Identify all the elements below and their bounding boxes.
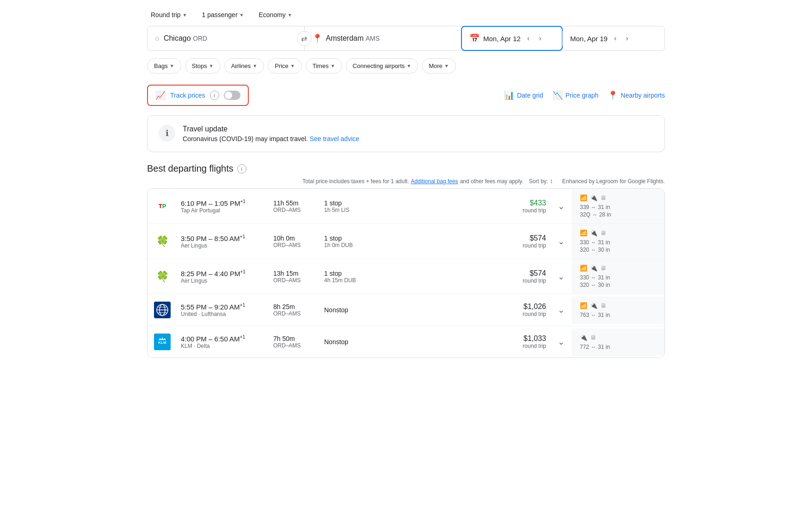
search-bar: ○ Chicago ORD ⇄ 📍 Amsterdam AMS 📅 Mon, A… (147, 26, 665, 51)
flight-stops: Nonstop (320, 299, 385, 321)
flight-amenities: 📶 🔌 🖥 339 ↔ 31 in 32Q ↔ 28 in (572, 189, 664, 223)
more-label: More (429, 62, 443, 69)
more-filter-button[interactable]: More ▼ (422, 58, 456, 74)
bags-label: Bags (154, 62, 168, 69)
flight-row[interactable]: 5:55 PM – 9:20 AM+1 United · Lufthansa 8… (148, 294, 664, 326)
power-icon: 🔌 (590, 302, 597, 309)
origin-field[interactable]: ○ Chicago ORD (148, 26, 304, 50)
screen-icon: 🖥 (600, 229, 606, 236)
section-meta: Total price includes taxes + fees for 1 … (147, 178, 665, 185)
flight-expand-button[interactable]: ⌄ (550, 229, 572, 254)
screen-icon: 🖥 (600, 265, 606, 272)
flight-row[interactable]: 🍀 8:25 PM – 4:40 PM+1 Aer Lingus 13h 15m… (148, 259, 664, 294)
depart-prev-button[interactable]: ‹ (524, 32, 532, 44)
flight-expand-button[interactable]: ⌄ (550, 264, 572, 289)
destination-field[interactable]: 📍 Amsterdam AMS (304, 26, 461, 50)
sort-button[interactable]: ↕ (550, 178, 553, 185)
track-prices-box[interactable]: 📈 Track prices i (147, 85, 249, 106)
power-icon: 🔌 (590, 229, 597, 236)
tap-logo: TP (154, 198, 171, 215)
stops-filter-button[interactable]: Stops ▼ (185, 58, 221, 74)
power-icon: 🔌 (590, 194, 597, 201)
destination-code: AMS (366, 35, 380, 42)
flight-row[interactable]: 🍀 3:50 PM – 8:50 AM+1 Aer Lingus 10h 0m … (148, 224, 664, 259)
flight-stops: 1 stop 1h 0m DUB (320, 227, 385, 256)
flight-price: $1,033 round trip (385, 327, 550, 357)
aer-lingus-logo: 🍀 (154, 233, 171, 250)
flight-amenities: 📶 🔌 🖥 330 ↔ 31 in 320 ↔ 30 in (572, 224, 664, 259)
track-prices-info-icon: i (210, 91, 219, 100)
return-date-field[interactable]: Mon, Apr 19 ‹ › (563, 26, 664, 50)
track-prices-toggle[interactable] (224, 91, 240, 100)
united-logo (154, 302, 171, 318)
flight-stops: Nonstop (320, 331, 385, 353)
klm-crown-icon: KLM (154, 334, 171, 350)
depart-next-button[interactable]: › (536, 32, 544, 44)
track-prices-trend-icon: 📈 (155, 90, 166, 100)
connecting-airports-filter-button[interactable]: Connecting airports ▼ (346, 58, 418, 74)
flight-expand-button[interactable]: ⌄ (550, 194, 572, 219)
svg-text:KLM: KLM (158, 340, 166, 345)
flight-expand-button[interactable]: ⌄ (550, 329, 572, 354)
swap-button[interactable]: ⇄ (297, 31, 312, 46)
date-grid-icon: 📊 (504, 90, 514, 100)
price-graph-label: Price graph (566, 92, 599, 99)
airlines-filter-button[interactable]: Airlines ▼ (224, 58, 265, 74)
right-tools: 📊 Date grid 📉 Price graph 📍 Nearby airpo… (504, 90, 665, 100)
section-title: Best departing flights i (147, 163, 665, 174)
airline-logo: 🍀 (148, 226, 177, 257)
stops-label: Stops (192, 62, 207, 69)
flight-amenities: 📶 🔌 🖥 763 ↔ 31 in (572, 297, 664, 324)
flight-price: $433 round trip (385, 192, 550, 221)
passengers-label: 1 passenger (202, 11, 238, 19)
travel-update-title: Travel update (183, 125, 359, 133)
screen-icon: 🖥 (590, 334, 596, 341)
return-next-button[interactable]: › (623, 32, 631, 44)
depart-date-field[interactable]: 📅 Mon, Apr 12 ‹ › (461, 26, 563, 51)
times-filter-button[interactable]: Times ▼ (306, 58, 342, 74)
power-icon: 🔌 (580, 334, 587, 341)
price-graph-button[interactable]: 📉 Price graph (553, 90, 599, 100)
section-info-icon: i (237, 164, 246, 173)
trip-type-button[interactable]: Round trip ▼ (147, 9, 191, 20)
airline-logo: 🍀 (148, 261, 177, 292)
price-chevron-icon: ▼ (290, 63, 295, 68)
flight-row[interactable]: TP 6:10 PM – 1:05 PM+1 Tap Air Portugal … (148, 189, 664, 224)
times-chevron-icon: ▼ (331, 63, 335, 68)
destination-name: Amsterdam AMS (326, 34, 380, 43)
date-grid-button[interactable]: 📊 Date grid (504, 90, 543, 100)
trip-type-chevron-icon: ▼ (183, 12, 187, 18)
more-chevron-icon: ▼ (444, 63, 449, 68)
flight-duration: 13h 15m ORD–AMS (270, 262, 320, 291)
seat-size-icon: ↔ (591, 204, 596, 210)
flight-times: 8:25 PM – 4:40 PM+1 Aer Lingus (177, 262, 270, 291)
flight-row[interactable]: KLM 4:00 PM – 6:50 AM+1 KLM · Delta 7h 5… (148, 326, 664, 358)
flight-times: 6:10 PM – 1:05 PM+1 Tap Air Portugal (177, 192, 270, 221)
price-filter-button[interactable]: Price ▼ (268, 58, 302, 74)
bags-filter-button[interactable]: Bags ▼ (147, 58, 181, 74)
airline-logo: KLM (148, 326, 177, 358)
flights-list: TP 6:10 PM – 1:05 PM+1 Tap Air Portugal … (147, 188, 665, 358)
class-button[interactable]: Economy ▼ (255, 9, 295, 20)
depart-date: Mon, Apr 12 (483, 35, 521, 43)
travel-update-icon: ℹ (159, 125, 175, 142)
flight-expand-button[interactable]: ⌄ (550, 297, 572, 322)
calendar-icon: 📅 (469, 33, 480, 43)
flight-duration: 11h 55m ORD–AMS (270, 192, 320, 221)
airlines-label: Airlines (231, 62, 251, 69)
screen-icon: 🖥 (600, 302, 606, 309)
price-graph-icon: 📉 (553, 90, 563, 100)
nearby-airports-label: Nearby airports (621, 92, 665, 99)
date-grid-label: Date grid (517, 92, 543, 99)
bag-fees-link[interactable]: Additional bag fees (411, 178, 458, 185)
return-prev-button[interactable]: ‹ (611, 32, 619, 44)
passengers-button[interactable]: 1 passenger ▼ (198, 9, 248, 20)
travel-advice-link[interactable]: See travel advice (310, 135, 359, 142)
price-label: Price (275, 62, 289, 69)
stops-chevron-icon: ▼ (209, 63, 214, 68)
power-icon: 🔌 (590, 265, 597, 272)
flight-stops: 1 stop 1h 5m LIS (320, 192, 385, 221)
flight-duration: 7h 50m ORD–AMS (270, 328, 320, 356)
nearby-airports-button[interactable]: 📍 Nearby airports (608, 90, 665, 100)
flight-times: 5:55 PM – 9:20 AM+1 United · Lufthansa (177, 295, 270, 325)
